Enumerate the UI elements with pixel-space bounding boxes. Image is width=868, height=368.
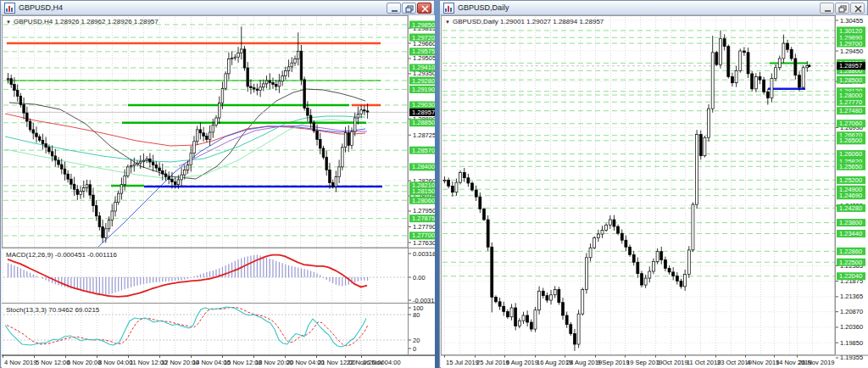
daily-chart-canvas[interactable]: 1.304551.294501.284451.269301.243551.223… (441, 15, 868, 368)
svg-text:1.22040: 1.22040 (839, 272, 862, 280)
restore-button[interactable] (402, 3, 416, 14)
svg-text:1.28957: 1.28957 (839, 62, 862, 70)
svg-text:26 Nov 2019: 26 Nov 2019 (798, 359, 835, 366)
svg-text:1.28957: 1.28957 (412, 109, 435, 116)
h4-chart-canvas[interactable]: 1.298151.296601.295051.293501.288901.287… (2, 15, 435, 368)
svg-text:1.27630: 1.27630 (413, 239, 435, 247)
svg-text:20: 20 (413, 337, 420, 344)
svg-text:1.28725: 1.28725 (413, 131, 435, 139)
svg-text:0.00: 0.00 (413, 274, 426, 282)
svg-text:4 Nov 2019: 4 Nov 2019 (747, 359, 779, 366)
svg-text:1.29700: 1.29700 (839, 40, 862, 47)
chart-icon (443, 3, 454, 14)
svg-text:1.25650: 1.25650 (839, 163, 862, 170)
svg-text:1.29280: 1.29280 (412, 77, 435, 85)
h4-price-axis: 1.298151.296601.295051.293501.288901.287… (409, 21, 435, 247)
mt4-workspace: { "left_window": { "title": "GBPUSD,H4",… (0, 0, 868, 368)
svg-text:1.25200: 1.25200 (839, 176, 862, 184)
svg-text:1.28060: 1.28060 (412, 197, 435, 204)
svg-text:26 Nov 04:00: 26 Nov 04:00 (363, 359, 401, 366)
svg-text:1.27060: 1.27060 (839, 120, 862, 127)
daily-price-axis: 1.304551.294501.284451.269301.243551.223… (836, 17, 865, 362)
svg-text:1.20870: 1.20870 (840, 308, 863, 315)
svg-text:1.23800: 1.23800 (839, 219, 862, 226)
svg-text:1.26500: 1.26500 (839, 137, 862, 144)
titlebar-h4[interactable]: GBPUSD,H4 (1, 1, 434, 15)
chart-window-daily: GBPUSD,Daily ▼GBPUSD,Daily 1.29001 1.290… (439, 0, 868, 368)
titlebar-daily[interactable]: GBPUSD,Daily (440, 1, 867, 15)
svg-text:1.24690: 1.24690 (839, 192, 862, 199)
window-title: GBPUSD,Daily (458, 3, 816, 12)
svg-text:1.29410: 1.29410 (412, 64, 435, 71)
svg-text:1.22500: 1.22500 (839, 259, 862, 266)
svg-text:8 Nov 04:00: 8 Nov 04:00 (98, 359, 132, 366)
daily-symbol-ohlc[interactable]: ▼GBPUSD,Daily 1.29001 1.29027 1.28894 1.… (445, 18, 604, 25)
minimize-button[interactable] (387, 3, 401, 14)
svg-text:1.30455: 1.30455 (840, 17, 863, 25)
stoch-label: Stoch(13,3,3) 70.9462 69.0215 (6, 306, 99, 314)
svg-text:9 Sep 2019: 9 Sep 2019 (597, 359, 629, 366)
chart-icon (4, 3, 15, 14)
svg-text:1.27480: 1.27480 (839, 107, 862, 114)
daily-chart-area[interactable]: ▼GBPUSD,Daily 1.29001 1.29027 1.28894 1.… (441, 15, 866, 366)
svg-text:6 Nov 20:00: 6 Nov 20:00 (67, 359, 101, 366)
svg-text:11 Oct 2019: 11 Oct 2019 (687, 359, 721, 366)
macd-label: MACD(12,26,9) -0.000451 -0.001116 (6, 251, 117, 259)
svg-text:1.27950: 1.27950 (413, 207, 435, 215)
svg-text:1.28500: 1.28500 (839, 76, 862, 84)
svg-text:1.29850: 1.29850 (412, 21, 435, 29)
svg-text:1.29720: 1.29720 (412, 34, 435, 42)
h4-chart-area[interactable]: ▼GBPUSD,H4 1.28926 1.28962 1.28926 1.289… (2, 15, 433, 366)
svg-text:0.003184: 0.003184 (413, 250, 435, 258)
svg-text:1.28570: 1.28570 (412, 147, 435, 154)
svg-text:25 Jul 2019: 25 Jul 2019 (476, 359, 509, 366)
svg-text:1.29575: 1.29575 (412, 47, 435, 55)
svg-text:1.20360: 1.20360 (840, 323, 863, 331)
svg-text:5 Nov 12:00: 5 Nov 12:00 (36, 359, 70, 366)
svg-text:1.27790: 1.27790 (413, 223, 435, 231)
close-button[interactable] (850, 3, 865, 14)
chart-window-h4: GBPUSD,H4 ▼GBPUSD,H4 1.28926 1.28962 1.2… (0, 0, 435, 368)
h4-symbol-ohlc[interactable]: ▼GBPUSD,H4 1.28926 1.28962 1.28926 1.289… (6, 18, 159, 25)
svg-text:1.28150: 1.28150 (412, 187, 435, 195)
svg-text:1.24280: 1.24280 (839, 204, 862, 212)
svg-text:1.29505: 1.29505 (413, 54, 435, 62)
svg-text:1.27875: 1.27875 (412, 215, 435, 222)
chevron-down-icon: ▼ (6, 20, 11, 25)
close-button[interactable] (417, 3, 431, 14)
svg-text:1.29450: 1.29450 (840, 47, 863, 55)
svg-text:1.29190: 1.29190 (412, 86, 435, 93)
svg-text:1.23440: 1.23440 (839, 230, 862, 237)
svg-text:-0.003112: -0.003112 (413, 297, 435, 304)
svg-text:1.28400: 1.28400 (412, 163, 435, 170)
svg-text:1 Oct 2019: 1 Oct 2019 (657, 359, 688, 366)
svg-text:6 Aug 2019: 6 Aug 2019 (506, 359, 538, 366)
chevron-down-icon: ▼ (445, 20, 450, 25)
window-title: GBPUSD,H4 (19, 3, 383, 12)
svg-text:15 Jul 2019: 15 Jul 2019 (446, 359, 479, 366)
svg-text:80: 80 (413, 311, 420, 319)
restore-button[interactable] (835, 3, 849, 14)
svg-text:0: 0 (413, 345, 416, 353)
svg-text:4 Nov 2019: 4 Nov 2019 (4, 359, 36, 366)
svg-text:1.19850: 1.19850 (840, 339, 863, 347)
svg-text:1.27700: 1.27700 (412, 231, 435, 239)
svg-text:1.22860: 1.22860 (839, 248, 862, 255)
minimize-button[interactable] (820, 3, 834, 14)
svg-text:1.27770: 1.27770 (839, 98, 862, 106)
svg-text:1.21365: 1.21365 (840, 293, 863, 300)
svg-text:1.28850: 1.28850 (412, 119, 435, 126)
